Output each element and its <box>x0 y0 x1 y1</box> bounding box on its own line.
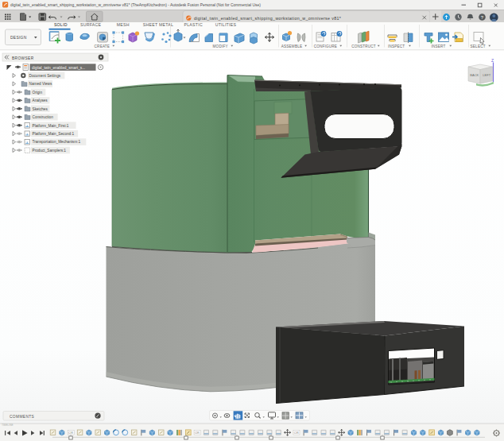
svg-text:digital_twin_enabled_smart_shi: digital_twin_enabled_smart_shipping_work… <box>10 3 261 7</box>
svg-text:Document Settings: Document Settings <box>29 74 61 78</box>
svg-text:Platform_Main_First:1: Platform_Main_First:1 <box>33 124 69 128</box>
svg-text:digital_twin_enabled_smart_s..: digital_twin_enabled_smart_s... <box>32 66 85 70</box>
svg-text:Origin: Origin <box>33 91 43 95</box>
svg-text:Analyses: Analyses <box>33 99 48 103</box>
svg-text:Transportation_Mechanism:1: Transportation_Mechanism:1 <box>33 140 81 144</box>
svg-text:Sketches: Sketches <box>33 107 48 111</box>
svg-text:CONSTRUCT: CONSTRUCT <box>351 44 376 48</box>
svg-text:INSERT: INSERT <box>432 44 446 48</box>
svg-text:CONFIGURE: CONFIGURE <box>314 44 337 48</box>
svg-text:COMMENTS: COMMENTS <box>10 415 34 419</box>
svg-text:CIR: CIR <box>68 431 73 435</box>
svg-text:CIR: CIR <box>195 431 200 435</box>
svg-text:ASSEMBLE: ASSEMBLE <box>281 44 302 48</box>
svg-text:MESH: MESH <box>117 22 130 27</box>
svg-text:MODIFY: MODIFY <box>213 44 228 48</box>
svg-text:Z: Z <box>491 58 494 63</box>
svg-text:BROWSER: BROWSER <box>12 56 34 60</box>
svg-text:SOLID: SOLID <box>54 22 68 27</box>
svg-text:SURFACE: SURFACE <box>80 22 102 27</box>
svg-text:PLASTIC: PLASTIC <box>184 22 203 27</box>
svg-text:digital_twin_enabled_smart_shi: digital_twin_enabled_smart_shipping_work… <box>194 16 341 21</box>
svg-text:SHEET METAL: SHEET METAL <box>143 22 173 27</box>
svg-text:LEFT: LEFT <box>483 73 490 77</box>
svg-text:TIMELINE: TIMELINE <box>2 424 14 427</box>
svg-text:BACK: BACK <box>470 73 479 77</box>
svg-text:UTILITIES: UTILITIES <box>215 22 237 27</box>
svg-text:CIR: CIR <box>294 431 299 435</box>
svg-text:Platform_Main_Second:1: Platform_Main_Second:1 <box>33 132 75 136</box>
svg-text:Named Views: Named Views <box>29 82 52 86</box>
svg-text:Construction: Construction <box>33 115 54 119</box>
svg-text:SELECT: SELECT <box>471 44 486 48</box>
svg-text:CREATE: CREATE <box>95 44 110 48</box>
svg-text:DESIGN: DESIGN <box>10 36 27 40</box>
svg-text:Product_Samplers:1: Product_Samplers:1 <box>33 149 67 153</box>
svg-text:INSPECT: INSPECT <box>388 44 405 48</box>
